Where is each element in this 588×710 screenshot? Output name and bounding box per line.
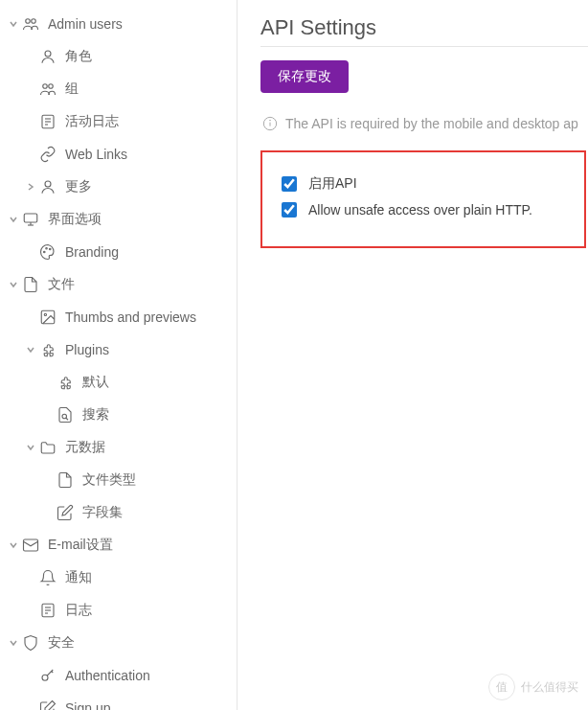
sidebar-item-label: E-mail设置	[48, 537, 229, 554]
enable-api-checkbox[interactable]	[282, 176, 297, 192]
sidebar-item-默认[interactable]: 默认	[0, 366, 237, 399]
sidebar-item-通知[interactable]: 通知	[0, 561, 237, 594]
puzzle-icon	[38, 340, 57, 359]
image-icon	[38, 308, 57, 327]
sidebar-item-角色[interactable]: 角色	[0, 40, 237, 73]
info-icon	[260, 114, 280, 133]
sidebar-item-界面选项[interactable]: 界面选项	[0, 203, 237, 236]
svg-rect-10	[24, 214, 37, 222]
monitor-icon	[21, 210, 40, 229]
api-options-group: 启用API Allow unsafe access over plain HTT…	[260, 150, 586, 248]
file-icon	[21, 275, 40, 294]
users-icon	[21, 14, 40, 34]
sidebar-item-安全[interactable]: 安全	[0, 627, 237, 659]
key-icon	[38, 666, 57, 685]
save-button[interactable]: 保存更改	[260, 60, 349, 93]
puzzle-icon	[56, 373, 75, 392]
bell-icon	[38, 568, 57, 587]
svg-point-0	[26, 19, 31, 24]
edit-icon	[56, 503, 75, 522]
watermark-text: 什么值得买	[521, 679, 578, 696]
user-icon	[38, 47, 57, 66]
search-file-icon	[56, 405, 75, 424]
chevron-right-icon[interactable]	[23, 182, 38, 192]
sidebar-item-thumbs-and-previews[interactable]: Thumbs and previews	[0, 301, 237, 333]
info-message: The API is required by the mobile and de…	[260, 114, 588, 133]
svg-point-15	[50, 248, 52, 250]
sidebar-item-文件类型[interactable]: 文件类型	[0, 464, 237, 496]
chevron-down-icon[interactable]	[6, 540, 21, 550]
sidebar-item-文件[interactable]: 文件	[0, 268, 237, 301]
sidebar-item-label: 组	[65, 80, 229, 98]
svg-point-1	[32, 19, 36, 24]
sidebar-item-label: Web Links	[65, 147, 229, 162]
sidebar-item-活动日志[interactable]: 活动日志	[0, 105, 237, 138]
page-icon	[56, 470, 75, 490]
sidebar-item-label: 通知	[65, 569, 229, 586]
sidebar-item-label: 默认	[82, 374, 229, 391]
users-icon	[38, 80, 57, 99]
sidebar-item-label: Branding	[65, 244, 229, 260]
sidebar-item-plugins[interactable]: Plugins	[0, 333, 237, 366]
sidebar-item-e-mail设置[interactable]: E-mail设置	[0, 529, 237, 561]
sidebar-item-sign-up[interactable]: Sign up	[0, 692, 237, 710]
sidebar-item-日志[interactable]: 日志	[0, 594, 237, 627]
sidebar-item-字段集[interactable]: 字段集	[0, 496, 237, 529]
sidebar-item-更多[interactable]: 更多	[0, 171, 237, 203]
sidebar-item-web-links[interactable]: Web Links	[0, 138, 237, 171]
info-text: The API is required by the mobile and de…	[285, 116, 578, 131]
signup-icon	[38, 699, 57, 710]
chevron-down-icon[interactable]	[6, 19, 21, 29]
log-icon	[38, 112, 57, 131]
sidebar-item-label: Thumbs and previews	[65, 309, 229, 325]
sidebar-item-label: 文件类型	[82, 471, 229, 489]
enable-api-label[interactable]: 启用API	[308, 175, 357, 193]
svg-point-14	[46, 248, 48, 250]
sidebar-item-搜索[interactable]: 搜索	[0, 399, 237, 431]
sidebar-item-label: 字段集	[82, 504, 229, 521]
sidebar-item-authentication[interactable]: Authentication	[0, 659, 237, 692]
log-icon	[38, 601, 57, 620]
sidebar-item-label: 活动日志	[65, 113, 229, 130]
sidebar-item-admin-users[interactable]: Admin users	[0, 8, 237, 40]
svg-point-13	[44, 251, 46, 253]
sidebar-item-label: 安全	[48, 634, 229, 652]
svg-line-19	[66, 418, 68, 420]
chevron-down-icon[interactable]	[6, 280, 21, 289]
svg-point-17	[44, 313, 46, 315]
sidebar: Admin users角色组活动日志Web Links更多界面选项Brandin…	[0, 0, 237, 710]
svg-point-40	[270, 120, 271, 121]
main-content: API Settings 保存更改 The API is required by…	[237, 0, 588, 710]
page-title: API Settings	[260, 15, 588, 40]
chevron-down-icon[interactable]	[6, 638, 21, 648]
chevron-down-icon[interactable]	[23, 345, 38, 355]
sidebar-item-label: 搜索	[82, 406, 229, 424]
svg-point-9	[45, 181, 51, 187]
folder-icon	[38, 438, 57, 457]
palette-icon	[38, 242, 57, 262]
sidebar-item-label: Admin users	[48, 16, 229, 32]
sidebar-item-label: Sign up	[65, 700, 229, 710]
sidebar-item-label: 日志	[65, 602, 229, 619]
mail-icon	[21, 536, 40, 555]
allow-http-checkbox[interactable]	[282, 202, 297, 218]
chevron-down-icon[interactable]	[23, 443, 38, 452]
chevron-down-icon[interactable]	[6, 215, 21, 224]
watermark-badge: 值	[488, 674, 515, 700]
sidebar-item-label: 更多	[65, 178, 229, 195]
svg-rect-20	[24, 539, 38, 551]
sidebar-item-label: Authentication	[65, 668, 229, 683]
allow-http-label[interactable]: Allow unsafe access over plain HTTP.	[308, 202, 532, 218]
svg-point-4	[49, 84, 54, 89]
user-icon	[38, 177, 57, 196]
svg-point-2	[45, 51, 51, 57]
sidebar-item-label: 界面选项	[48, 211, 229, 228]
sidebar-item-元数据[interactable]: 元数据	[0, 431, 237, 464]
shield-icon	[21, 633, 40, 653]
sidebar-item-label: 元数据	[65, 439, 229, 456]
sidebar-item-组[interactable]: 组	[0, 73, 237, 105]
sidebar-item-branding[interactable]: Branding	[0, 236, 237, 268]
svg-point-3	[43, 84, 48, 89]
sidebar-item-label: Plugins	[65, 342, 229, 357]
watermark: 值 什么值得买	[488, 674, 578, 700]
